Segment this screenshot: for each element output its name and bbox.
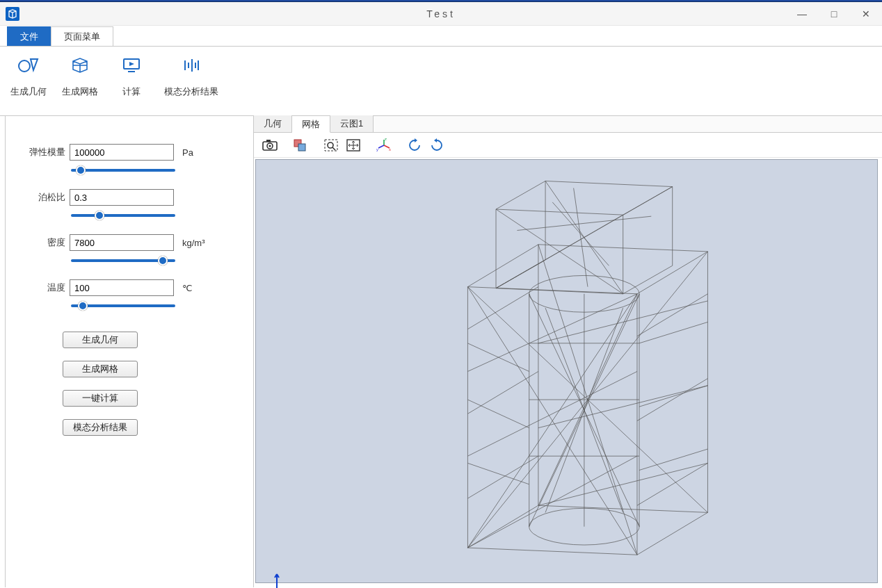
slider-elastic-modulus[interactable] (71, 169, 175, 172)
label-density: 密度 (26, 236, 65, 249)
main-area: 弹性模量 Pa 泊松比 密度 kg/m³ 温度 ℃ 生成几何 生成网格 一键计算 (0, 116, 882, 587)
view-tab-geom[interactable]: 几何 (254, 115, 292, 132)
unit-density: kg/m³ (182, 238, 205, 248)
svg-text:y: y (376, 147, 378, 152)
svg-point-0 (19, 60, 30, 72)
svg-text:z: z (385, 138, 387, 141)
svg-rect-7 (298, 144, 305, 151)
param-temperature: 温度 ℃ (26, 279, 232, 296)
view-area: 几何 网格 云图1 zxy (253, 116, 882, 587)
input-temperature[interactable] (70, 279, 174, 296)
geometry-icon (18, 55, 39, 76)
rotate-cw-icon[interactable] (426, 136, 447, 155)
input-poisson[interactable] (70, 189, 174, 206)
svg-point-9 (328, 142, 333, 148)
action-buttons: 生成几何 生成网格 一键计算 模态分析结果 (63, 332, 232, 436)
svg-rect-5 (266, 140, 271, 142)
object-select-icon[interactable] (290, 136, 311, 155)
zoom-box-icon[interactable] (321, 136, 342, 155)
rotate-ccw-icon[interactable] (404, 136, 425, 155)
view-toolbar: zxy (254, 133, 882, 158)
svg-point-4 (268, 145, 271, 147)
input-density[interactable] (70, 234, 174, 251)
slider-density[interactable] (71, 259, 175, 262)
ribbon-label: 生成网格 (62, 85, 98, 98)
minimize-button[interactable]: — (786, 2, 818, 26)
maximize-button[interactable]: □ (818, 2, 850, 26)
slider-poisson[interactable] (71, 214, 175, 217)
mesh-canvas[interactable] (255, 159, 878, 583)
menu-tabrow: 文件 页面菜单 (0, 26, 882, 47)
mesh-icon (70, 55, 90, 76)
ribbon-label: 模态分析结果 (164, 85, 218, 98)
close-button[interactable]: ✕ (850, 2, 882, 26)
ribbon-label: 生成几何 (10, 85, 47, 98)
ribbon-gen-mesh[interactable]: 生成网格 (61, 51, 99, 98)
svg-text:x: x (389, 147, 391, 152)
view-tab-cloud[interactable]: 云图1 (330, 115, 374, 132)
view-tab-mesh[interactable]: 网格 (292, 116, 330, 133)
compute-icon (121, 55, 142, 76)
view-tabs: 几何 网格 云图1 (254, 116, 882, 133)
left-gutter (0, 116, 6, 587)
svg-rect-8 (325, 140, 337, 151)
window-title: Test (0, 8, 882, 19)
input-elastic-modulus[interactable] (70, 144, 174, 161)
btn-gen-mesh[interactable]: 生成网格 (63, 361, 138, 377)
label-temperature: 温度 (26, 281, 65, 294)
titlebar: Test — □ ✕ (0, 2, 882, 26)
parameter-panel: 弹性模量 Pa 泊松比 密度 kg/m³ 温度 ℃ 生成几何 生成网格 一键计算 (6, 116, 253, 587)
ribbon-calc[interactable]: 计算 (113, 51, 150, 98)
ribbon-label: 计算 (122, 85, 141, 98)
label-poisson: 泊松比 (26, 191, 65, 204)
fit-view-icon[interactable] (343, 136, 364, 155)
tab-page-menu[interactable]: 页面菜单 (51, 26, 113, 46)
window-controls: — □ ✕ (786, 2, 882, 26)
axes-icon[interactable]: zxy (374, 136, 394, 155)
unit-temperature: ℃ (182, 283, 193, 293)
ribbon-modal-result[interactable]: 模态分析结果 (164, 51, 218, 98)
ribbon-gen-geom[interactable]: 生成几何 (10, 51, 47, 98)
btn-gen-geom[interactable]: 生成几何 (63, 332, 138, 348)
btn-one-calc[interactable]: 一键计算 (63, 390, 138, 407)
slider-temperature[interactable] (71, 304, 175, 307)
param-density: 密度 kg/m³ (26, 234, 232, 251)
unit-elastic-modulus: Pa (182, 147, 193, 158)
param-elastic-modulus: 弹性模量 Pa (26, 144, 232, 161)
camera-icon[interactable] (259, 136, 280, 155)
param-poisson: 泊松比 (26, 189, 232, 206)
ribbon-toolbar: 生成几何 生成网格 计算 模态分析结果 (0, 47, 882, 116)
label-elastic-modulus: 弹性模量 (26, 146, 65, 158)
tab-file[interactable]: 文件 (7, 26, 51, 46)
btn-modal-res[interactable]: 模态分析结果 (63, 419, 138, 436)
waveform-icon (181, 55, 202, 76)
app-icon (6, 7, 19, 21)
